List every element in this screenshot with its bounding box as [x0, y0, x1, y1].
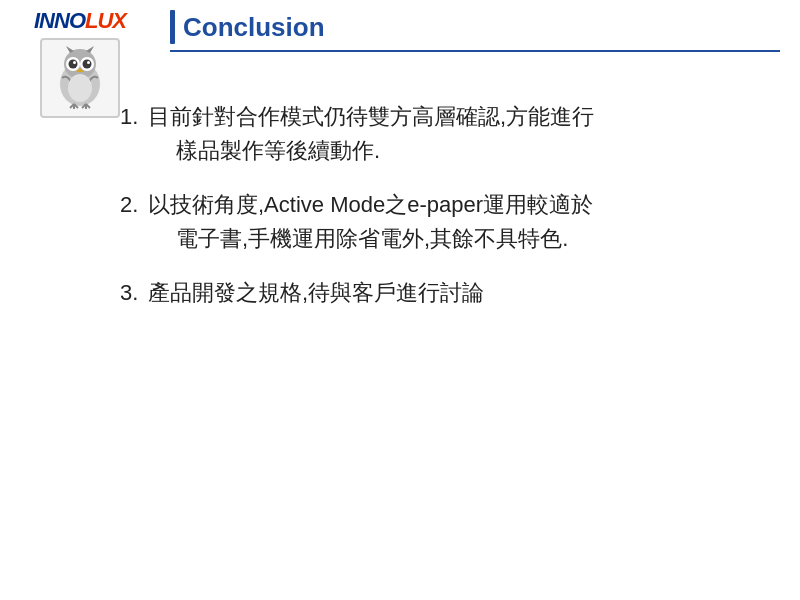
item-2-line-1: 以技術角度,Active Mode之e-paper運用較適於 [148, 188, 770, 222]
item-1-line-1: 目前針對合作模式仍待雙方高層確認,方能進行 [148, 100, 770, 134]
logo-inno-text: INNO [34, 8, 85, 34]
title-divider [170, 50, 780, 52]
page-title: Conclusion [183, 12, 325, 43]
svg-point-8 [73, 61, 76, 64]
item-number-3: 3. [120, 276, 148, 309]
logo-lux-text: LUX [85, 8, 126, 34]
page: INNO LUX [0, 0, 800, 600]
item-number-2: 2. [120, 188, 148, 221]
innolux-logo: INNO LUX [34, 8, 126, 34]
svg-point-6 [69, 60, 78, 69]
title-area: Conclusion [160, 0, 800, 52]
owl-image [40, 38, 120, 118]
list-item-3: 3. 產品開發之規格,待與客戶進行討論 [120, 276, 770, 310]
item-1-line-2: 樣品製作等後續動作. [148, 134, 770, 168]
item-text-2: 以技術角度,Active Mode之e-paper運用較適於 電子書,手機運用除… [148, 188, 770, 256]
item-text-1: 目前針對合作模式仍待雙方高層確認,方能進行 樣品製作等後續動作. [148, 100, 770, 168]
title-row: Conclusion [170, 10, 780, 44]
owl-svg [48, 46, 112, 110]
item-3-line-1: 產品開發之規格,待與客戶進行討論 [148, 276, 770, 310]
main-content: 1. 目前針對合作模式仍待雙方高層確認,方能進行 樣品製作等後續動作. 2. 以… [120, 80, 770, 570]
item-text-3: 產品開發之規格,待與客戶進行討論 [148, 276, 770, 310]
svg-point-11 [68, 74, 92, 102]
list-item-2: 2. 以技術角度,Active Mode之e-paper運用較適於 電子書,手機… [120, 188, 770, 256]
svg-point-7 [83, 60, 92, 69]
svg-point-9 [87, 61, 90, 64]
item-2-line-2: 電子書,手機運用除省電外,其餘不具特色. [148, 222, 770, 256]
item-number-1: 1. [120, 100, 148, 133]
list-item-1: 1. 目前針對合作模式仍待雙方高層確認,方能進行 樣品製作等後續動作. [120, 100, 770, 168]
title-accent-bar [170, 10, 175, 44]
